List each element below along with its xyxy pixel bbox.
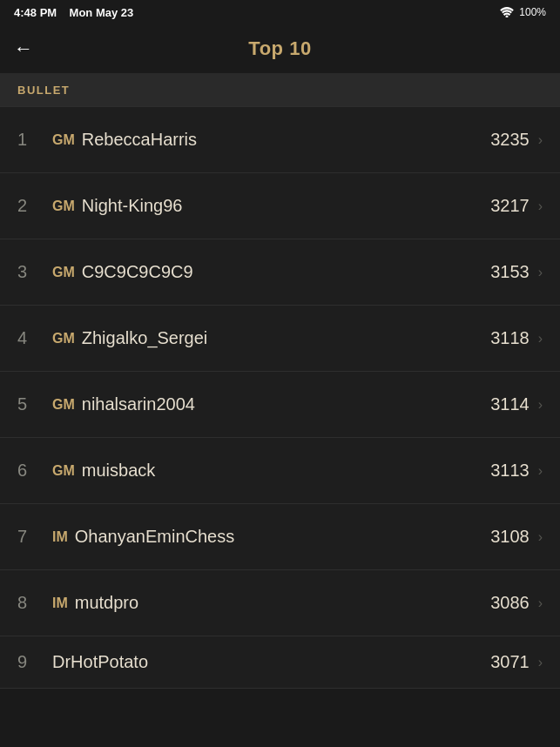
- title-badge: GM: [52, 265, 75, 280]
- table-row[interactable]: 8 IM mutdpro 3086 ›: [0, 570, 560, 636]
- player-name: DrHotPotato: [52, 652, 148, 672]
- player-info: IM OhanyanEminChess: [52, 527, 490, 547]
- battery-label: 100%: [519, 6, 546, 18]
- player-name: Night-King96: [82, 196, 183, 216]
- player-rating: 3113: [490, 461, 530, 481]
- wifi-icon: [500, 7, 514, 17]
- rank-number: 3: [17, 262, 44, 282]
- title-badge: IM: [52, 596, 68, 611]
- player-name: RebeccaHarris: [82, 130, 197, 150]
- player-name: OhanyanEminChess: [75, 527, 234, 547]
- status-bar: 4:48 PM Mon May 23 100%: [0, 0, 560, 24]
- player-rating: 3114: [490, 394, 530, 414]
- table-row[interactable]: 3 GM C9C9C9C9C9 3153 ›: [0, 239, 560, 306]
- header-title: Top 10: [248, 37, 311, 60]
- chevron-right-icon: ›: [538, 331, 543, 347]
- chevron-right-icon: ›: [538, 199, 543, 214]
- table-row[interactable]: 5 GM nihalsarin2004 3114 ›: [0, 372, 560, 438]
- title-badge: GM: [52, 199, 75, 214]
- rank-number: 9: [17, 652, 44, 672]
- player-info: IM mutdpro: [52, 593, 490, 613]
- player-rating: 3235: [490, 130, 530, 150]
- player-name: mutdpro: [75, 593, 138, 613]
- title-badge: GM: [52, 397, 75, 413]
- title-badge: GM: [52, 463, 75, 479]
- chevron-right-icon: ›: [538, 132, 543, 148]
- player-info: DrHotPotato: [52, 652, 490, 672]
- section-header: BULLET: [0, 73, 560, 106]
- table-row[interactable]: 6 GM muisback 3113 ›: [0, 438, 560, 504]
- table-row[interactable]: 9 DrHotPotato 3071 ›: [0, 636, 560, 689]
- player-info: GM muisback: [52, 461, 490, 481]
- rank-number: 4: [17, 328, 44, 348]
- chevron-right-icon: ›: [538, 529, 543, 545]
- rank-number: 5: [17, 394, 44, 414]
- table-row[interactable]: 2 GM Night-King96 3217 ›: [0, 173, 560, 239]
- chevron-right-icon: ›: [538, 265, 543, 280]
- player-list: 1 GM RebeccaHarris 3235 › 2 GM Night-Kin…: [0, 107, 560, 689]
- player-rating: 3153: [490, 262, 530, 282]
- rank-number: 6: [17, 461, 44, 481]
- status-right: 100%: [500, 6, 546, 18]
- player-info: GM Night-King96: [52, 196, 490, 216]
- table-row[interactable]: 1 GM RebeccaHarris 3235 ›: [0, 107, 560, 173]
- player-rating: 3071: [490, 652, 530, 672]
- player-rating: 3217: [490, 196, 530, 216]
- player-info: GM Zhigalko_Sergei: [52, 328, 490, 348]
- svg-point-0: [506, 16, 509, 18]
- rank-number: 8: [17, 593, 44, 613]
- player-name: nihalsarin2004: [82, 394, 195, 414]
- rank-number: 7: [17, 527, 44, 547]
- chevron-right-icon: ›: [538, 655, 543, 670]
- chevron-right-icon: ›: [538, 463, 543, 479]
- player-name: Zhigalko_Sergei: [82, 328, 208, 348]
- status-time: 4:48 PM Mon May 23: [14, 6, 133, 19]
- chevron-right-icon: ›: [538, 397, 543, 413]
- player-name: muisback: [82, 461, 155, 481]
- chevron-right-icon: ›: [538, 596, 543, 611]
- player-info: GM nihalsarin2004: [52, 394, 490, 414]
- player-info: GM C9C9C9C9C9: [52, 262, 490, 282]
- title-badge: GM: [52, 132, 75, 148]
- player-rating: 3086: [490, 593, 530, 613]
- player-name: C9C9C9C9C9: [82, 262, 193, 282]
- player-rating: 3118: [490, 328, 530, 348]
- player-info: GM RebeccaHarris: [52, 130, 490, 150]
- back-button[interactable]: ←: [14, 37, 33, 60]
- rank-number: 2: [17, 196, 44, 216]
- table-row[interactable]: 7 IM OhanyanEminChess 3108 ›: [0, 504, 560, 570]
- rank-number: 1: [17, 130, 44, 150]
- header: ← Top 10: [0, 24, 560, 73]
- section-label: BULLET: [17, 84, 70, 97]
- player-rating: 3108: [490, 527, 530, 547]
- table-row[interactable]: 4 GM Zhigalko_Sergei 3118 ›: [0, 306, 560, 372]
- title-badge: GM: [52, 331, 75, 347]
- title-badge: IM: [52, 529, 68, 545]
